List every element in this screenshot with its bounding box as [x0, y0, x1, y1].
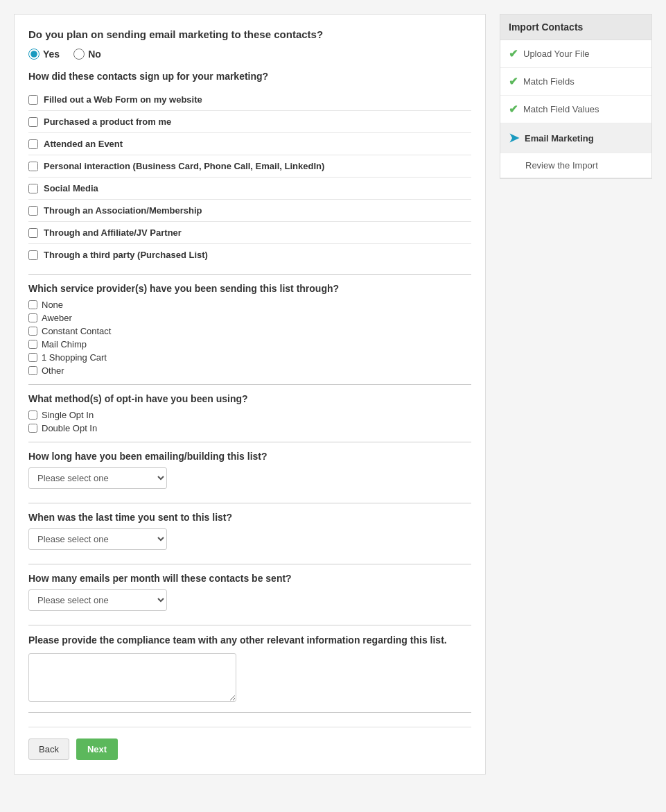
yes-label: Yes: [43, 49, 60, 60]
signup-question: How did these contacts sign up for your …: [28, 71, 471, 82]
service-check-1[interactable]: [28, 313, 37, 322]
signup-check-5[interactable]: [28, 206, 38, 216]
divider-4: [28, 503, 471, 503]
check-icon-match-values: ✔: [509, 103, 518, 116]
signup-option-3[interactable]: Personal interaction (Business Card, Pho…: [28, 155, 471, 178]
signup-label-4: Social Media: [44, 183, 98, 193]
optin-option-0[interactable]: Single Opt In: [28, 410, 471, 420]
emails-per-month-section: How many emails per month will these con…: [28, 573, 471, 616]
sidebar-label-match-fields: Match Fields: [523, 76, 575, 87]
check-icon-upload: ✔: [509, 47, 518, 60]
check-icon-match-fields: ✔: [509, 75, 518, 88]
compliance-label: Please provide the compliance team with …: [28, 634, 471, 648]
signup-label-2: Attended an Event: [44, 139, 123, 149]
sidebar-label-email-marketing: Email Marketing: [525, 133, 594, 144]
back-button[interactable]: Back: [28, 738, 69, 760]
email-marketing-question: Do you plan on sending email marketing t…: [28, 28, 471, 40]
signup-label-1: Purchased a product from me: [44, 116, 171, 127]
signup-option-5[interactable]: Through an Association/Membership: [28, 200, 471, 222]
service-option-2[interactable]: Constant Contact: [28, 326, 471, 336]
divider-5: [28, 564, 471, 564]
sidebar-item-review[interactable]: Review the Import: [500, 153, 651, 178]
signup-check-1[interactable]: [28, 117, 38, 127]
sidebar-label-upload: Upload Your File: [523, 49, 589, 59]
service-check-3[interactable]: [28, 340, 37, 349]
yes-no-radio-group: Yes No: [28, 49, 471, 60]
service-label-1: Aweber: [42, 313, 72, 323]
sidebar-label-review: Review the Import: [525, 160, 598, 171]
service-check-2[interactable]: [28, 327, 37, 336]
divider-7: [28, 712, 471, 713]
service-label-4: 1 Shopping Cart: [42, 352, 107, 363]
list-age-question: How long have you been emailing/building…: [28, 451, 471, 462]
signup-check-7[interactable]: [28, 250, 38, 260]
signup-label-0: Filled out a Web Form on my website: [44, 94, 202, 105]
signup-option-6[interactable]: Through and Affiliate/JV Partner: [28, 222, 471, 244]
divider-2: [28, 384, 471, 385]
no-label: No: [88, 49, 101, 60]
sidebar-item-match-fields[interactable]: ✔ Match Fields: [500, 68, 651, 96]
service-option-3[interactable]: Mail Chimp: [28, 339, 471, 349]
divider-6: [28, 625, 471, 625]
signup-check-4[interactable]: [28, 184, 38, 193]
signup-check-2[interactable]: [28, 139, 38, 149]
compliance-section: Please provide the compliance team with …: [28, 634, 471, 704]
divider-3: [28, 442, 471, 442]
signup-option-7[interactable]: Through a third party (Purchased List): [28, 244, 471, 266]
divider-1: [28, 274, 471, 275]
service-option-0[interactable]: None: [28, 300, 471, 310]
service-option-4[interactable]: 1 Shopping Cart: [28, 352, 471, 363]
compliance-textarea[interactable]: [28, 653, 236, 702]
sidebar-item-match-values[interactable]: ✔ Match Field Values: [500, 96, 651, 123]
signup-check-3[interactable]: [28, 162, 38, 171]
service-option-5[interactable]: Other: [28, 365, 471, 376]
sidebar-title: Import Contacts: [500, 15, 651, 40]
last-sent-dropdown[interactable]: Please select one: [28, 528, 167, 550]
no-radio[interactable]: [73, 49, 85, 60]
signup-option-4[interactable]: Social Media: [28, 178, 471, 200]
signup-check-6[interactable]: [28, 228, 38, 238]
service-label-3: Mail Chimp: [42, 339, 87, 349]
optin-option-1[interactable]: Double Opt In: [28, 423, 471, 433]
signup-option-0[interactable]: Filled out a Web Form on my website: [28, 89, 471, 111]
sidebar: Import Contacts ✔ Upload Your File ✔ Mat…: [500, 14, 652, 775]
sidebar-item-upload[interactable]: ✔ Upload Your File: [500, 40, 651, 68]
signup-option-2[interactable]: Attended an Event: [28, 133, 471, 155]
service-checkbox-list: None Aweber Constant Contact Mail Chimp …: [28, 300, 471, 376]
optin-question: What method(s) of opt-in have you been u…: [28, 393, 471, 404]
footer-buttons: Back Next: [28, 727, 471, 760]
signup-label-7: Through a third party (Purchased List): [44, 250, 208, 260]
emails-per-month-dropdown[interactable]: Please select one: [28, 589, 167, 611]
next-button[interactable]: Next: [76, 738, 118, 760]
service-label-5: Other: [42, 365, 64, 376]
optin-check-1[interactable]: [28, 424, 37, 433]
main-form: Do you plan on sending email marketing t…: [14, 14, 486, 775]
service-section: Which service provider(s) have you been …: [28, 283, 471, 376]
signup-label-5: Through an Association/Membership: [44, 205, 202, 216]
sidebar-box: Import Contacts ✔ Upload Your File ✔ Mat…: [500, 14, 652, 179]
arrow-icon-email-marketing: ➤: [509, 130, 519, 146]
signup-label-3: Personal interaction (Business Card, Pho…: [44, 161, 324, 171]
list-age-dropdown[interactable]: Please select one: [28, 467, 167, 489]
service-check-5[interactable]: [28, 366, 37, 375]
last-sent-section: When was the last time you sent to this …: [28, 512, 471, 555]
optin-label-1: Double Opt In: [42, 423, 97, 433]
spacer-icon-review: [509, 160, 525, 171]
service-option-1[interactable]: Aweber: [28, 313, 471, 323]
service-label-0: None: [42, 300, 63, 310]
signup-label-6: Through and Affiliate/JV Partner: [44, 227, 182, 238]
emails-per-month-question: How many emails per month will these con…: [28, 573, 471, 584]
sidebar-item-email-marketing[interactable]: ➤ Email Marketing: [500, 123, 651, 153]
signup-option-1[interactable]: Purchased a product from me: [28, 111, 471, 133]
optin-checkbox-list: Single Opt In Double Opt In: [28, 410, 471, 433]
yes-option[interactable]: Yes: [28, 49, 60, 60]
no-option[interactable]: No: [73, 49, 101, 60]
signup-check-0[interactable]: [28, 95, 38, 105]
yes-radio[interactable]: [28, 49, 40, 60]
service-check-0[interactable]: [28, 300, 37, 309]
optin-check-0[interactable]: [28, 411, 37, 420]
last-sent-question: When was the last time you sent to this …: [28, 512, 471, 523]
list-age-section: How long have you been emailing/building…: [28, 451, 471, 494]
service-label-2: Constant Contact: [42, 326, 111, 336]
service-check-4[interactable]: [28, 353, 37, 362]
